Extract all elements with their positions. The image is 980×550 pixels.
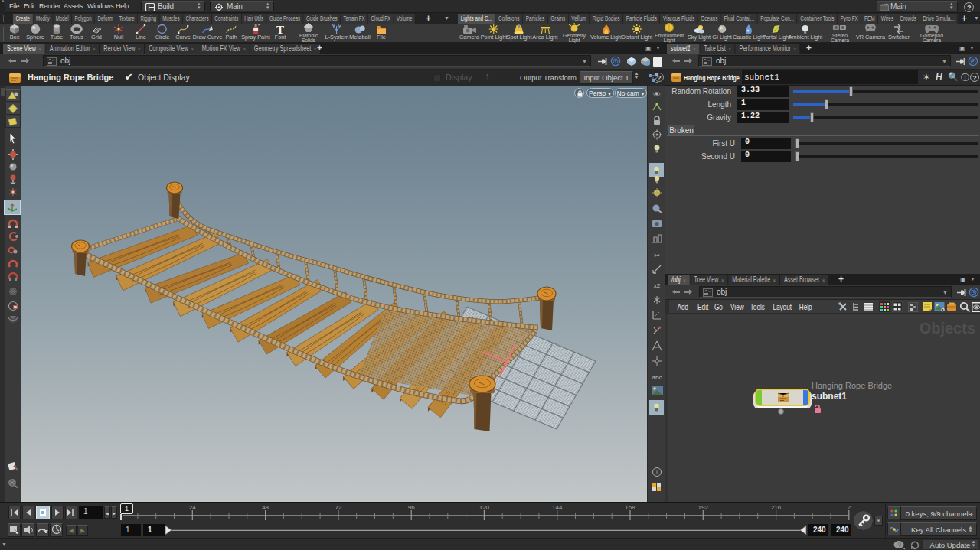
svg-text:120: 120 <box>479 504 490 511</box>
svg-text:2: 2 <box>848 504 851 511</box>
svg-text:216: 216 <box>771 504 782 511</box>
svg-text:96: 96 <box>408 504 415 511</box>
svg-text:144: 144 <box>552 504 563 511</box>
svg-text:i: i <box>656 469 658 476</box>
svg-text:168: 168 <box>625 504 635 511</box>
svg-text:72: 72 <box>335 504 341 511</box>
svg-text:48: 48 <box>262 504 269 511</box>
svg-text:24: 24 <box>189 504 196 511</box>
svg-text:192: 192 <box>698 504 709 511</box>
